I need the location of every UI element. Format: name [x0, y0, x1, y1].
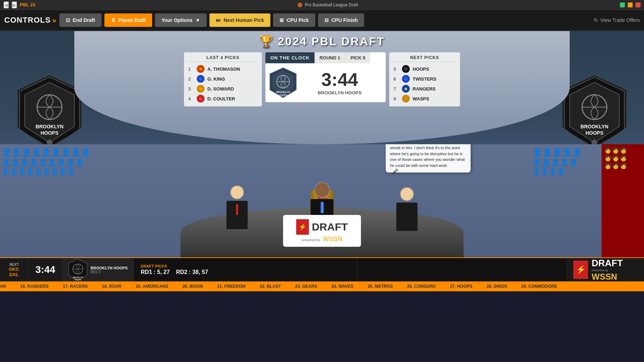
fast-forward-icon: ⏭	[216, 17, 221, 23]
app-logo: PBL 23	[20, 2, 35, 7]
ticker-item-29: 29. COMMODORE	[521, 284, 557, 289]
draft-picks-rd1: RD1 : 5, 27 RD2 : 38, 57	[141, 269, 350, 275]
chevrons-icon: »	[52, 16, 56, 24]
forward-button[interactable]: ▶	[12, 1, 17, 8]
ticker-item-18: 18. ROAR	[102, 284, 121, 289]
left-shield: BROOKLYN HOOPS	[18, 75, 81, 150]
cpu-finish-button[interactable]: ⊟ CPU Finish	[318, 13, 364, 27]
right-shield: BROOKLYN HOOPS	[563, 75, 626, 150]
your-options-button[interactable]: Your Options ▼	[155, 13, 206, 27]
bottom-logo-text: DRAFT presented by WSSN	[592, 258, 623, 282]
dropdown-icon: ▼	[195, 17, 200, 23]
last-picks-panel: LAST 4 PICKS 1 🔶 A. THOMASON 2 🔵 G. KING…	[184, 52, 262, 106]
clock-header: ON THE CLOCK ROUND 1 PICK 5	[265, 52, 386, 63]
window-title-icon: 🏀	[297, 2, 303, 7]
end-draft-icon: ⊡	[66, 17, 70, 23]
on-clock-label: ON THE CLOCK	[265, 52, 315, 63]
audience-area: 👤👤👤 👤👤👤 👤👤👤 👤👤👤 👤👤👤 👤👤👤 👤👤👤 👤👤👤 👤👤👤	[0, 144, 644, 257]
svg-text:BROOKLYN: BROOKLYN	[36, 124, 64, 129]
wssn-logo-bottom: WSSN	[592, 272, 623, 282]
window-controls	[620, 2, 640, 7]
commentator-left-body	[226, 201, 248, 229]
draft-sponsor-box: ⚡ DRAFT presented by WSSN	[283, 215, 361, 247]
status-draft-logo: ⚡ DRAFT presented by WSSN	[566, 258, 644, 281]
controls-label: CONTROLS »	[4, 16, 57, 25]
microphone-icon: 🎤	[391, 168, 398, 176]
next-pick-5-logo: ⚫	[402, 65, 410, 73]
maximize-button[interactable]	[628, 2, 633, 7]
title-bar-left: ◀ ▶ PBL 23	[4, 1, 35, 8]
title-bar: ◀ ▶ PBL 23 🏀 Pro Basketball League Draft	[0, 0, 644, 10]
next-pick-8-logo: 🐝	[402, 95, 410, 103]
next-pick-5: 5 ⚫ HOOPS	[393, 64, 456, 74]
pick-row-3: 3 🟠 D. SOWARD	[188, 84, 258, 94]
audience-figures: 👤👤👤 👤👤👤 👤👤👤	[2, 148, 91, 157]
ticker-item-28: 28. DINOS	[487, 284, 507, 289]
audience-row-1: 👤👤👤 👤👤👤 👤👤👤	[2, 148, 90, 157]
pause-icon: ⏸	[111, 17, 116, 23]
ticker-item-21: 21. FREEDOM	[217, 284, 246, 289]
svg-text:BROOKLYN: BROOKLYN	[581, 124, 609, 129]
right-audience: 🧑🧑🧑 🧑🧑🧑 🧑🧑🧑 👤👤👤 👤👤 👤👤👤 👤👤	[531, 144, 644, 257]
commentator-left	[226, 185, 248, 229]
arena-arch: 🏆 2024 PBL DRAFT LAST 4 PICKS 1 🔶 A. THO…	[74, 31, 570, 144]
pick-label: PICK 5	[345, 52, 370, 63]
next-pick-8: 8 🐝 WASPS	[393, 94, 456, 104]
ticker-item-23: 23. GEARS	[295, 284, 317, 289]
speech-bubble: As much as his coach tried to avoid the …	[386, 144, 471, 173]
next-picks-title: NEXT PICKS	[393, 55, 456, 62]
ticker-item-27: 27. HOOPS	[450, 284, 472, 289]
commentator-right-head	[400, 187, 414, 201]
ticker: AR 16. RANGERS 17. RACERS 18. ROAR 19. A…	[0, 281, 644, 291]
pick-3-logo: 🟠	[197, 85, 205, 93]
ticker-item-19: 19. AMERICANS	[136, 284, 168, 289]
wssn-logo: WSSN	[323, 235, 342, 243]
back-button[interactable]: ◀	[4, 1, 9, 8]
svg-text:HOOPS: HOOPS	[586, 130, 604, 136]
left-audience: 👤👤👤 👤👤👤 👤👤👤 👤👤👤 👤👤👤 👤👤👤 👤👤👤 👤👤👤 👤👤👤	[0, 144, 92, 257]
pause-draft-button[interactable]: ⏸ Pause Draft	[104, 13, 153, 27]
pick-2-logo: 🔵	[197, 75, 205, 83]
commentator-center-head	[314, 182, 330, 198]
status-team-info: BROOKLYN HOOPS RD1 5	[91, 266, 128, 274]
end-draft-button[interactable]: ⊡ End Draft	[59, 13, 102, 27]
svg-text:HOOPS: HOOPS	[278, 94, 288, 97]
pick-4-logo: 🔴	[197, 95, 205, 103]
status-timer: 3:44	[28, 258, 63, 281]
status-draft-picks: DRAFT PICKS RD1 : 5, 27 RD2 : 38, 57	[134, 258, 357, 281]
controls-bar: CONTROLS » ⊡ End Draft ⏸ Pause Draft You…	[0, 10, 644, 31]
ticker-item-ar: AR	[0, 284, 6, 289]
pick-1-logo: 🔶	[197, 65, 205, 73]
tie	[236, 204, 238, 215]
draft-text: DRAFT	[312, 221, 348, 233]
close-button[interactable]	[636, 2, 640, 7]
clock-time: 3:44	[297, 70, 382, 89]
ticker-item-26: 26. CONDORS	[407, 284, 436, 289]
cpu-finish-icon: ⊟	[324, 17, 329, 23]
arena: BROOKLYN HOOPS BROOKLYN HOOPS	[0, 31, 644, 257]
window-title: 🏀 Pro Basketball League Draft	[297, 2, 358, 7]
draft-title: 🏆 2024 PBL DRAFT	[259, 35, 385, 48]
draft-title-icon: 🏆	[259, 35, 274, 48]
info-panels: LAST 4 PICKS 1 🔶 A. THOMASON 2 🔵 G. KING…	[184, 52, 460, 106]
cpu-icon: ⊞	[280, 17, 284, 23]
commentator-right	[396, 187, 418, 231]
ticker-item-16: 16. RANGERS	[20, 284, 48, 289]
ticker-content: AR 16. RANGERS 17. RACERS 18. ROAR 19. A…	[0, 284, 557, 289]
view-trade-offers[interactable]: ↻ View Trade Offers	[594, 17, 640, 23]
next-picks-panel: NEXT PICKS 5 ⚫ HOOPS 6 🌀 TWISTERS 7 ⭐ RA…	[389, 52, 460, 106]
status-bar: NEXT OKC DAL 3:44 BROOKLYN HOOPS BROOKLY…	[0, 257, 644, 281]
presented-by: presented by WSSN	[302, 235, 343, 243]
commentator-left-head	[230, 185, 244, 199]
status-team-logo: BROOKLYN HOOPS BROOKLYN HOOPS RD1 5	[63, 258, 134, 281]
clock-team-shield: BROOKLYN HOOPS	[269, 67, 297, 99]
svg-text:BROOKLYN: BROOKLYN	[276, 91, 290, 93]
clock-time-section: 3:44 BROOKLYN HOOPS	[297, 70, 382, 95]
pick-row-2: 2 🔵 G. KING	[188, 74, 258, 84]
cpu-pick-button[interactable]: ⊞ CPU Pick	[273, 13, 315, 27]
next-human-pick-button[interactable]: ⏭ Next Human Pick	[209, 13, 270, 27]
pick-row-4: 4 🔴 D. COULTER	[188, 94, 258, 104]
minimize-button[interactable]	[620, 2, 625, 7]
next-pick-7-logo: ⭐	[402, 85, 410, 93]
last-picks-title: LAST 4 PICKS	[188, 55, 258, 62]
